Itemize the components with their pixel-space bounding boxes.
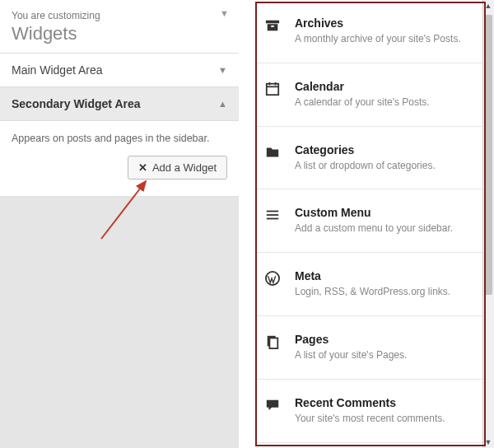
scroll-down-icon[interactable]: ▼ — [484, 438, 492, 446]
pages-icon — [263, 333, 282, 362]
menu-icon — [263, 206, 282, 236]
widget-archives[interactable]: Archives A monthly archive of your site'… — [255, 0, 494, 63]
archive-icon — [263, 16, 282, 46]
section-label: Main Widget Area — [12, 63, 103, 77]
customizing-label: You are customizing — [12, 10, 227, 21]
widget-pages[interactable]: Pages A list of your site's Pages. — [255, 316, 494, 380]
widget-recent-comments[interactable]: Recent Comments Your site's most recent … — [255, 380, 494, 443]
widget-title: Categories — [295, 143, 436, 156]
add-widget-label: Add a Widget — [152, 161, 217, 174]
widget-title: Meta — [295, 269, 450, 282]
svg-rect-9 — [267, 218, 278, 220]
customizer-sidebar: You are customizing Widgets ▼ Main Widge… — [0, 0, 239, 448]
widget-meta[interactable]: Meta Login, RSS, & WordPress.org links. — [255, 253, 494, 316]
panel-title: Widgets — [12, 23, 227, 44]
svg-rect-0 — [266, 21, 279, 24]
widget-title: Custom Menu — [295, 206, 453, 219]
widget-custom-menu[interactable]: Custom Menu Add a custom menu to your si… — [255, 189, 494, 253]
widget-desc: Add a custom menu to your sidebar. — [295, 222, 453, 236]
widget-desc: A list or dropdown of categories. — [295, 159, 436, 173]
widget-desc: A calendar of your site's Posts. — [295, 96, 430, 110]
widget-desc: A list of your site's Pages. — [295, 348, 407, 362]
wordpress-icon — [263, 269, 282, 299]
customizer-header[interactable]: You are customizing Widgets ▼ — [0, 0, 239, 54]
scrollbar-thumb[interactable] — [484, 15, 492, 295]
section-body: Appears on posts and pages in the sideba… — [0, 121, 239, 197]
svg-rect-5 — [269, 82, 271, 86]
svg-rect-6 — [275, 82, 277, 86]
widget-calendar[interactable]: Calendar A calendar of your site's Posts… — [255, 63, 494, 127]
section-secondary-widget-area[interactable]: Secondary Widget Area ▲ — [0, 87, 239, 121]
empty-area — [0, 197, 239, 448]
widget-desc: A monthly archive of your site's Posts. — [295, 32, 461, 46]
section-label: Secondary Widget Area — [12, 97, 141, 110]
svg-rect-12 — [269, 338, 277, 348]
widget-desc: Login, RSS, & WordPress.org links. — [295, 285, 450, 299]
scrollbar[interactable]: ▲ ▼ — [482, 0, 494, 448]
section-main-widget-area[interactable]: Main Widget Area ▼ — [0, 54, 239, 87]
folder-icon — [263, 143, 282, 173]
widget-title: Archives — [295, 16, 461, 30]
widget-desc: Your site's most recent comments. — [295, 412, 445, 426]
chevron-down-icon: ▼ — [218, 65, 227, 75]
svg-rect-7 — [267, 211, 278, 212]
chevron-up-icon: ▲ — [218, 99, 227, 109]
section-description: Appears on posts and pages in the sideba… — [12, 133, 227, 144]
widget-title: Pages — [295, 333, 407, 346]
widget-title: Recent Comments — [295, 396, 445, 409]
calendar-icon — [263, 80, 282, 110]
close-icon: ✕ — [138, 161, 147, 174]
scroll-up-icon[interactable]: ▲ — [484, 2, 492, 10]
widget-title: Calendar — [295, 80, 430, 93]
svg-rect-8 — [267, 214, 278, 216]
widget-categories[interactable]: Categories A list or dropdown of categor… — [255, 127, 494, 190]
available-widgets-panel: Archives A monthly archive of your site'… — [255, 0, 494, 448]
svg-point-10 — [266, 272, 279, 285]
add-widget-button[interactable]: ✕ Add a Widget — [128, 156, 227, 180]
svg-rect-1 — [268, 24, 278, 30]
chevron-down-icon: ▼ — [220, 8, 229, 18]
svg-rect-2 — [271, 26, 274, 27]
svg-rect-3 — [267, 83, 278, 95]
comment-icon — [263, 396, 282, 426]
